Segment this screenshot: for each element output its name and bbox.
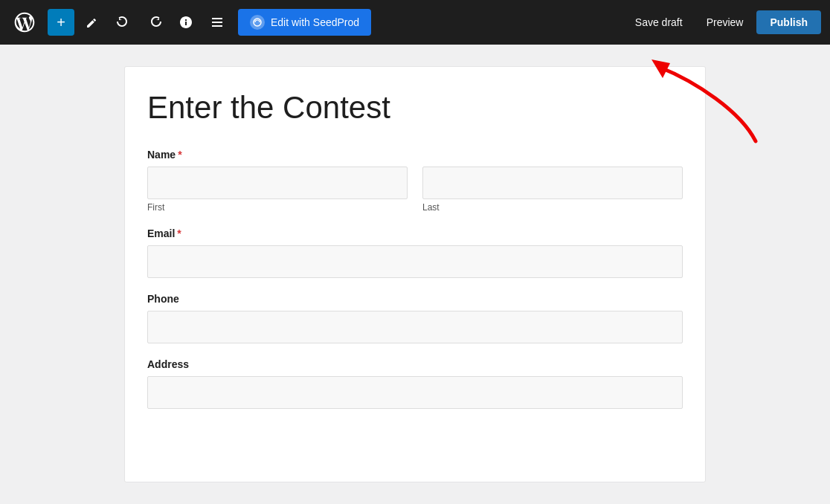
name-label: Name* bbox=[147, 149, 683, 161]
last-name-input[interactable] bbox=[422, 167, 683, 199]
name-section: Name* First Last bbox=[147, 149, 683, 213]
editor-area: Enter the Contest Name* First Last Email… bbox=[125, 67, 705, 482]
redo-button[interactable] bbox=[141, 9, 168, 36]
seedprod-label: Edit with SeedProd bbox=[271, 16, 359, 28]
publish-button[interactable]: Publish bbox=[756, 10, 821, 34]
email-required-star: * bbox=[177, 227, 181, 239]
email-section: Email* bbox=[147, 227, 683, 278]
address-input[interactable] bbox=[147, 376, 683, 409]
first-name-sublabel: First bbox=[147, 202, 408, 213]
toolbar: + bbox=[0, 0, 830, 45]
address-label: Address bbox=[147, 358, 683, 370]
info-button[interactable] bbox=[173, 9, 199, 36]
edit-button[interactable] bbox=[79, 9, 106, 36]
add-block-button[interactable]: + bbox=[48, 9, 74, 36]
phone-section: Phone bbox=[147, 293, 683, 343]
name-required-star: * bbox=[178, 149, 181, 161]
save-draft-button[interactable]: Save draft bbox=[625, 10, 693, 34]
wp-logo bbox=[9, 0, 40, 45]
last-name-field: Last bbox=[422, 167, 683, 213]
preview-button[interactable]: Preview bbox=[696, 10, 754, 34]
seedprod-button[interactable]: Edit with SeedProd bbox=[238, 9, 371, 36]
phone-input[interactable] bbox=[147, 311, 683, 343]
address-section: Address bbox=[147, 358, 683, 409]
first-name-input[interactable] bbox=[147, 167, 408, 199]
toolbar-right: Save draft Preview Publish bbox=[625, 10, 821, 34]
page-title: Enter the Contest bbox=[147, 89, 683, 126]
first-name-field: First bbox=[147, 167, 408, 213]
seedprod-icon bbox=[250, 15, 265, 30]
email-input[interactable] bbox=[147, 245, 683, 278]
undo-button[interactable] bbox=[110, 9, 137, 36]
name-row: First Last bbox=[147, 167, 683, 213]
email-label: Email* bbox=[147, 227, 683, 239]
main-content: Enter the Contest Name* First Last Email… bbox=[0, 45, 830, 504]
phone-label: Phone bbox=[147, 293, 683, 305]
menu-button[interactable] bbox=[204, 9, 231, 36]
last-name-sublabel: Last bbox=[422, 202, 683, 213]
